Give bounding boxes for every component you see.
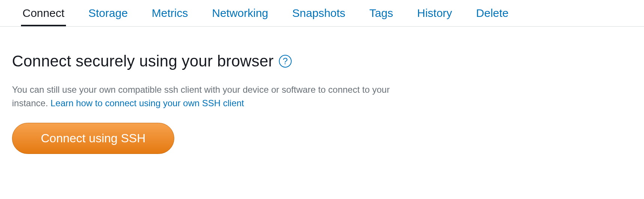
description-text: You can still use your own compatible ss… (12, 83, 406, 110)
learn-ssh-link[interactable]: Learn how to connect using your own SSH … (51, 98, 244, 108)
heading-row: Connect securely using your browser ? (12, 52, 412, 70)
tab-snapshots[interactable]: Snapshots (291, 0, 347, 26)
tab-tags[interactable]: Tags (368, 0, 394, 26)
tab-bar: Connect Storage Metrics Networking Snaps… (0, 0, 644, 27)
page-title: Connect securely using your browser (12, 52, 274, 70)
tab-metrics[interactable]: Metrics (150, 0, 190, 26)
tab-content: Connect securely using your browser ? Yo… (0, 27, 412, 154)
tab-networking[interactable]: Networking (211, 0, 270, 26)
connect-ssh-button[interactable]: Connect using SSH (12, 123, 174, 154)
tab-delete[interactable]: Delete (475, 0, 510, 26)
tab-storage[interactable]: Storage (87, 0, 129, 26)
tab-connect[interactable]: Connect (21, 0, 66, 26)
help-icon[interactable]: ? (279, 55, 292, 68)
tab-history[interactable]: History (416, 0, 454, 26)
